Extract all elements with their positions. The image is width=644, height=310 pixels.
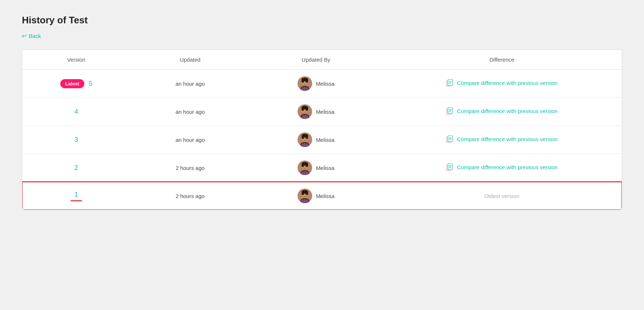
version-cell-3: 3 — [22, 126, 130, 154]
history-table-container: Version Updated Updated By Difference La… — [22, 50, 622, 210]
svg-point-34 — [303, 138, 304, 139]
table-row: 22 hours ago Melissa Compare difference … — [22, 154, 622, 182]
col-header-difference: Difference — [382, 50, 622, 70]
avatar-1 — [298, 189, 312, 203]
svg-point-6 — [303, 82, 304, 83]
version-number-2: 2 — [74, 164, 78, 171]
updated-cell-1: 2 hours ago — [130, 182, 250, 210]
compare-label-4: Compare difference with previous version — [457, 108, 558, 114]
compare-icon-2 — [446, 163, 454, 171]
svg-point-20 — [303, 110, 304, 111]
updated-cell-5: an hour ago — [130, 70, 250, 98]
table-row: 4an hour ago Melissa Compare difference … — [22, 98, 622, 126]
updated-by-cell-3: Melissa — [250, 126, 382, 154]
version-cell-2: 2 — [22, 154, 130, 182]
table-row: 3an hour ago Melissa Compare difference … — [22, 126, 622, 154]
updated-by-cell-5: Melissa — [250, 70, 382, 98]
version-number-3: 3 — [74, 136, 78, 143]
user-name-2: Melissa — [316, 165, 334, 171]
svg-point-35 — [306, 138, 306, 139]
avatar-2 — [298, 160, 312, 175]
compare-link-4[interactable]: Compare difference with previous version — [446, 107, 558, 115]
compare-label-5: Compare difference with previous version — [457, 80, 558, 86]
version-1-wrapper: 1 — [30, 191, 123, 201]
updated-cell-3: an hour ago — [130, 126, 250, 154]
table-row: 1 2 hours ago Melissa Oldest version — [22, 182, 622, 210]
updated-by-wrapper-1: Melissa — [257, 189, 375, 203]
difference-cell-3[interactable]: Compare difference with previous version — [382, 126, 622, 154]
updated-cell-2: 2 hours ago — [130, 154, 250, 182]
compare-link-3[interactable]: Compare difference with previous version — [446, 135, 558, 143]
user-name-1: Melissa — [316, 193, 334, 199]
compare-link-2[interactable]: Compare difference with previous version — [446, 163, 558, 171]
updated-by-cell-2: Melissa — [250, 154, 382, 182]
user-name-5: Melissa — [316, 81, 334, 87]
user-name-3: Melissa — [316, 137, 334, 143]
svg-point-49 — [306, 166, 306, 167]
page-title: History of Test — [22, 15, 622, 26]
avatar-3 — [298, 132, 312, 147]
updated-by-wrapper-5: Melissa — [257, 76, 375, 91]
version-latest-wrapper: Latest 5 — [30, 79, 123, 88]
col-header-updated-by: Updated By — [250, 50, 382, 70]
version-cell-5: Latest 5 — [22, 70, 130, 98]
history-table: Version Updated Updated By Difference La… — [22, 50, 622, 210]
compare-icon-4 — [446, 107, 454, 115]
updated-by-wrapper-2: Melissa — [257, 160, 375, 175]
compare-link-5[interactable]: Compare difference with previous version — [446, 79, 558, 87]
table-row: Latest 5 an hour ago Melissa Comp — [22, 70, 622, 98]
oldest-version-label: Oldest version — [484, 193, 520, 199]
user-name-4: Melissa — [316, 109, 334, 115]
difference-cell-5[interactable]: Compare difference with previous version — [382, 70, 622, 98]
difference-cell-1: Oldest version — [382, 182, 622, 210]
col-header-version: Version — [22, 50, 130, 70]
svg-point-62 — [303, 194, 304, 195]
version-cell-1: 1 — [22, 182, 130, 210]
difference-cell-2[interactable]: Compare difference with previous version — [382, 154, 622, 182]
avatar-5 — [298, 76, 312, 91]
back-arrow-icon: ↩ — [22, 32, 27, 39]
latest-badge: Latest — [60, 79, 84, 88]
back-label: Back — [29, 33, 41, 39]
version-number-5: 5 — [89, 80, 92, 88]
compare-label-3: Compare difference with previous version — [457, 136, 558, 142]
svg-point-63 — [306, 194, 306, 195]
compare-icon-3 — [446, 135, 454, 143]
compare-icon-5 — [446, 79, 454, 87]
back-button[interactable]: ↩ Back — [22, 32, 41, 39]
avatar-4 — [298, 104, 312, 119]
updated-by-cell-4: Melissa — [250, 98, 382, 126]
updated-cell-4: an hour ago — [130, 98, 250, 126]
version-underline-red — [70, 200, 82, 201]
updated-by-wrapper-4: Melissa — [257, 104, 375, 119]
compare-label-2: Compare difference with previous version — [457, 164, 558, 170]
col-header-updated: Updated — [130, 50, 250, 70]
difference-cell-4[interactable]: Compare difference with previous version — [382, 98, 622, 126]
updated-by-wrapper-3: Melissa — [257, 132, 375, 147]
table-header-row: Version Updated Updated By Difference — [22, 50, 622, 70]
svg-point-21 — [306, 110, 306, 111]
version-number-4: 4 — [74, 108, 78, 115]
svg-point-48 — [303, 166, 304, 167]
version-cell-4: 4 — [22, 98, 130, 126]
updated-by-cell-1: Melissa — [250, 182, 382, 210]
svg-point-7 — [306, 82, 306, 83]
version-number-1: 1 — [74, 191, 78, 198]
